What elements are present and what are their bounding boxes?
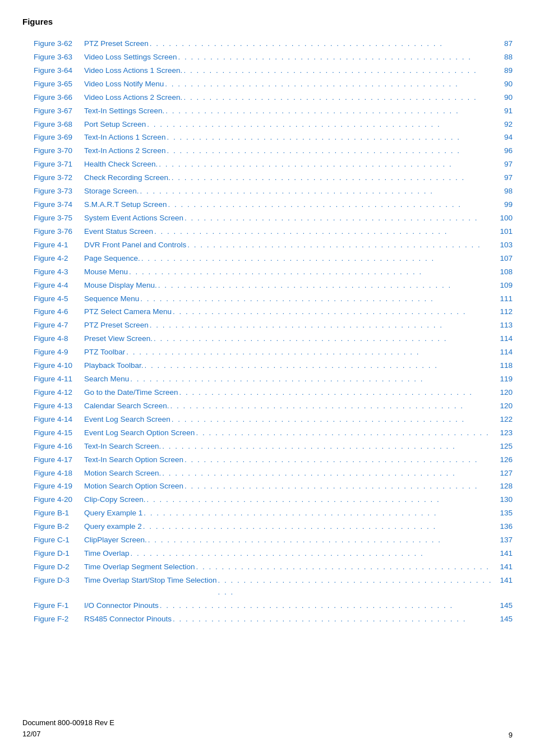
toc-row[interactable]: Figure 4-12Go to the Date/Time Screen . … <box>22 386 513 400</box>
toc-figure-label[interactable]: Figure 4-8 <box>22 333 84 346</box>
toc-row[interactable]: Figure 3-75System Event Actions Screen .… <box>22 212 513 225</box>
toc-figure-label[interactable]: Figure B-1 <box>22 507 84 520</box>
footer-date: 12/07 <box>22 729 114 740</box>
toc-row[interactable]: Figure 4-7PTZ Preset Screen . . . . . . … <box>22 319 513 333</box>
toc-figure-label[interactable]: Figure 4-5 <box>22 293 84 306</box>
toc-figure-label[interactable]: Figure 4-4 <box>22 279 84 293</box>
toc-row[interactable]: Figure 4-11Search Menu . . . . . . . . .… <box>22 373 513 386</box>
toc-row[interactable]: Figure 4-10Playback Toolbar. . . . . . .… <box>22 359 513 373</box>
toc-row[interactable]: Figure 4-20Clip-Copy Screen. . . . . . .… <box>22 494 513 507</box>
toc-figure-label[interactable]: Figure 4-1 <box>22 239 84 252</box>
toc-row[interactable]: Figure 3-71Health Check Screen. . . . . … <box>22 158 513 172</box>
toc-figure-label[interactable]: Figure 4-13 <box>22 400 84 413</box>
toc-row[interactable]: Figure 3-62PTZ Preset Screen . . . . . .… <box>22 38 513 51</box>
toc-row[interactable]: Figure D-3Time Overlap Start/Stop Time S… <box>22 574 513 600</box>
toc-entry-dots: . . . . . . . . . . . . . . . . . . . . … <box>183 65 501 77</box>
toc-figure-label[interactable]: Figure 3-73 <box>22 185 84 199</box>
toc-figure-label[interactable]: Figure 4-17 <box>22 454 84 467</box>
toc-figure-label[interactable]: Figure 4-15 <box>22 427 84 440</box>
toc-row[interactable]: Figure 3-65Video Loss Notify Menu . . . … <box>22 78 513 91</box>
toc-figure-label[interactable]: Figure C-1 <box>22 534 84 547</box>
toc-figure-label[interactable]: Figure 3-75 <box>22 212 84 225</box>
toc-figure-label[interactable]: Figure 4-11 <box>22 373 84 386</box>
toc-figure-label[interactable]: Figure 3-69 <box>22 131 84 145</box>
toc-entry-dots: . . . . . . . . . . . . . . . . . . . . … <box>150 38 501 50</box>
toc-row[interactable]: Figure B-2Query example 2 . . . . . . . … <box>22 520 513 534</box>
toc-figure-label[interactable]: Figure 4-18 <box>22 467 84 481</box>
toc-figure-label[interactable]: Figure 4-19 <box>22 480 84 494</box>
toc-figure-label[interactable]: Figure D-3 <box>22 574 84 600</box>
toc-row[interactable]: Figure 3-73Storage Screen. . . . . . . .… <box>22 185 513 199</box>
toc-figure-label[interactable]: Figure 3-65 <box>22 78 84 91</box>
toc-figure-label[interactable]: Figure 4-14 <box>22 413 84 427</box>
toc-figure-label[interactable]: Figure 3-76 <box>22 225 84 239</box>
toc-entry-title: Text-In Settings Screen. <box>84 105 164 117</box>
toc-row[interactable]: Figure 3-74S.M.A.R.T Setup Screen . . . … <box>22 199 513 212</box>
toc-figure-label[interactable]: Figure D-1 <box>22 547 84 561</box>
toc-row[interactable]: Figure 4-9PTZ Toolbar . . . . . . . . . … <box>22 346 513 359</box>
toc-figure-label[interactable]: Figure 3-64 <box>22 64 84 78</box>
toc-row[interactable]: Figure F-2RS485 Connector Pinouts . . . … <box>22 613 513 626</box>
toc-row[interactable]: Figure 4-16Text-In Search Screen. . . . … <box>22 440 513 454</box>
toc-row[interactable]: Figure 4-17Text-In Search Option Screen … <box>22 454 513 467</box>
toc-figure-label[interactable]: Figure 4-3 <box>22 266 84 279</box>
toc-row[interactable]: Figure 4-5Sequence Menu . . . . . . . . … <box>22 293 513 306</box>
toc-row[interactable]: Figure 3-66Video Loss Actions 2 Screen. … <box>22 91 513 105</box>
toc-row[interactable]: Figure F-1I/O Connector Pinouts . . . . … <box>22 600 513 613</box>
toc-row[interactable]: Figure 4-2Page Sequence. . . . . . . . .… <box>22 252 513 266</box>
toc-figure-label[interactable]: Figure 4-6 <box>22 306 84 319</box>
toc-row[interactable]: Figure 4-19Motion Search Option Screen .… <box>22 480 513 494</box>
toc-figure-label[interactable]: Figure 4-10 <box>22 359 84 373</box>
toc-row[interactable]: Figure 4-15Event Log Search Option Scree… <box>22 427 513 440</box>
toc-entry-page: 141 <box>500 561 513 573</box>
toc-figure-label[interactable]: Figure 3-67 <box>22 105 84 118</box>
toc-entry-page: 126 <box>500 454 513 466</box>
toc-figure-label[interactable]: Figure B-2 <box>22 520 84 534</box>
toc-figure-label[interactable]: Figure F-2 <box>22 613 84 626</box>
toc-row[interactable]: Figure 3-72Check Recording Screen. . . .… <box>22 172 513 185</box>
toc-row[interactable]: Figure 3-67Text-In Settings Screen. . . … <box>22 105 513 118</box>
toc-row[interactable]: Figure B-1Query Example 1 . . . . . . . … <box>22 507 513 520</box>
toc-entry-dots: . . . . . . . . . . . . . . . . . . . . … <box>158 280 497 292</box>
toc-row[interactable]: Figure 4-4Mouse Display Menu. . . . . . … <box>22 279 513 293</box>
toc-figure-label[interactable]: Figure D-2 <box>22 561 84 574</box>
toc-row[interactable]: Figure 4-13Calendar Search Screen. . . .… <box>22 400 513 413</box>
toc-row[interactable]: Figure 4-3Mouse Menu . . . . . . . . . .… <box>22 266 513 279</box>
toc-figure-label[interactable]: Figure 3-74 <box>22 199 84 212</box>
toc-row[interactable]: Figure 4-18Motion Search Screen. . . . .… <box>22 467 513 481</box>
toc-figure-label[interactable]: Figure 3-66 <box>22 91 84 105</box>
toc-figure-label[interactable]: Figure 3-72 <box>22 172 84 185</box>
toc-row[interactable]: Figure 3-63Video Loss Settings Screen . … <box>22 51 513 64</box>
footer-document-info: Document 800-00918 Rev E 12/07 <box>22 717 114 739</box>
toc-entry-text: Text-In Actions 2 Screen . . . . . . . .… <box>84 145 513 158</box>
toc-figure-label[interactable]: Figure 4-9 <box>22 346 84 359</box>
toc-row[interactable]: Figure C-1ClipPlayer Screen. . . . . . .… <box>22 534 513 547</box>
toc-row[interactable]: Figure 4-1DVR Front Panel and Controls .… <box>22 239 513 252</box>
toc-figure-label[interactable]: Figure 3-62 <box>22 38 84 51</box>
toc-figure-label[interactable]: Figure 4-20 <box>22 494 84 507</box>
toc-row[interactable]: Figure 3-68Port Setup Screen . . . . . .… <box>22 118 513 132</box>
toc-row[interactable]: Figure 4-8Preset View Screen. . . . . . … <box>22 333 513 346</box>
toc-entry-text: Text-In Actions 1 Screen . . . . . . . .… <box>84 131 513 145</box>
toc-figure-label[interactable]: Figure 3-68 <box>22 118 84 132</box>
toc-entry-title: Go to the Date/Time Screen <box>84 387 178 399</box>
toc-entry-title: S.M.A.R.T Setup Screen <box>84 199 167 211</box>
toc-entry-text: PTZ Preset Screen . . . . . . . . . . . … <box>84 38 513 51</box>
toc-row[interactable]: Figure D-2Time Overlap Segment Selection… <box>22 561 513 574</box>
toc-row[interactable]: Figure 3-76Event Status Screen . . . . .… <box>22 225 513 239</box>
toc-figure-label[interactable]: Figure F-1 <box>22 600 84 613</box>
toc-row[interactable]: Figure 3-69Text-In Actions 1 Screen . . … <box>22 131 513 145</box>
toc-entry-title: Video Loss Actions 1 Screen. <box>84 65 182 77</box>
toc-row[interactable]: Figure 4-6PTZ Select Camera Menu . . . .… <box>22 306 513 319</box>
toc-row[interactable]: Figure 4-14Event Log Search Screen . . .… <box>22 413 513 427</box>
toc-figure-label[interactable]: Figure 4-2 <box>22 252 84 266</box>
toc-row[interactable]: Figure 3-64Video Loss Actions 1 Screen. … <box>22 64 513 78</box>
toc-figure-label[interactable]: Figure 4-12 <box>22 386 84 400</box>
toc-figure-label[interactable]: Figure 3-63 <box>22 51 84 64</box>
toc-row[interactable]: Figure 3-70Text-In Actions 2 Screen . . … <box>22 145 513 158</box>
toc-row[interactable]: Figure D-1Time Overlap . . . . . . . . .… <box>22 547 513 561</box>
toc-figure-label[interactable]: Figure 3-71 <box>22 158 84 172</box>
toc-figure-label[interactable]: Figure 4-7 <box>22 319 84 333</box>
toc-figure-label[interactable]: Figure 3-70 <box>22 145 84 158</box>
toc-figure-label[interactable]: Figure 4-16 <box>22 440 84 454</box>
